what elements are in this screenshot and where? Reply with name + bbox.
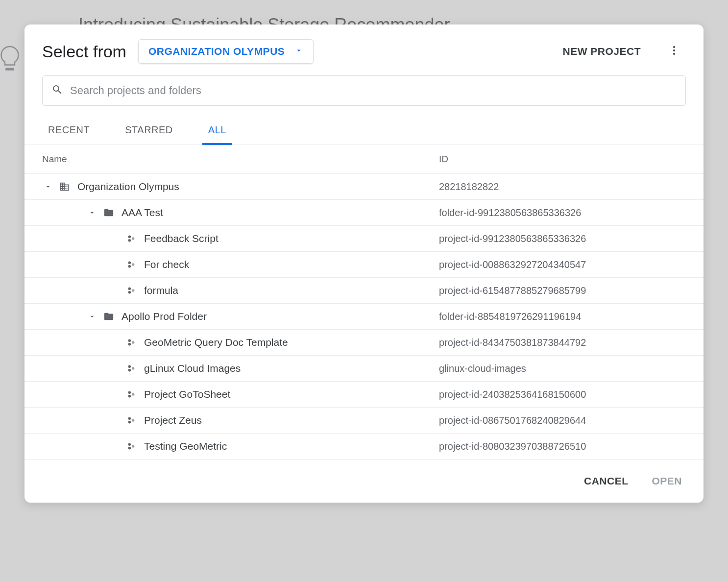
project-icon [125, 285, 137, 296]
lightbulb-icon [0, 44, 24, 73]
project-icon [125, 259, 137, 270]
cancel-button[interactable]: CANCEL [584, 475, 629, 487]
tree-row[interactable]: Testing GeoMetricproject-id-808032397038… [24, 434, 704, 460]
row-id: project-id-0867501768240829644 [439, 415, 686, 426]
row-name-cell: formula [42, 285, 439, 296]
new-project-button[interactable]: NEW PROJECT [562, 46, 641, 57]
row-name-cell: gLinux Cloud Images [42, 363, 439, 374]
project-icon [125, 388, 137, 400]
tree-row[interactable]: Apollo Prod Folderfolder-id-885481972629… [24, 304, 704, 330]
row-id: 28218182822 [439, 181, 686, 193]
svg-point-2 [673, 53, 675, 55]
open-button[interactable]: OPEN [652, 475, 682, 487]
org-icon [59, 181, 71, 193]
svg-point-25 [128, 447, 131, 450]
more-options-button[interactable] [664, 41, 684, 62]
row-label: Testing GeoMetric [144, 440, 227, 452]
svg-point-12 [128, 339, 131, 342]
row-name-cell: Feedback Script [42, 233, 439, 244]
row-id: folder-id-8854819726291196194 [439, 311, 686, 322]
svg-point-21 [128, 417, 131, 420]
row-id: project-id-6154877885279685799 [439, 285, 686, 296]
svg-point-6 [128, 262, 131, 265]
svg-point-16 [128, 369, 131, 372]
column-header-id: ID [439, 154, 686, 165]
row-label: Project GoToSheet [144, 388, 230, 400]
svg-point-8 [132, 263, 135, 266]
expand-arrow-icon[interactable] [86, 207, 98, 218]
svg-point-7 [128, 265, 131, 268]
row-label: For check [144, 259, 189, 270]
row-name-cell: Testing GeoMetric [42, 440, 439, 452]
search-container[interactable] [42, 75, 686, 106]
svg-point-15 [128, 365, 131, 368]
tree-row[interactable]: For checkproject-id-0088632927204340547 [24, 252, 704, 278]
expand-arrow-icon[interactable] [42, 181, 54, 193]
svg-point-1 [673, 49, 675, 51]
tree-row[interactable]: GeoMetric Query Doc Templateproject-id-8… [24, 330, 704, 356]
row-id: project-id-8434750381873844792 [439, 337, 686, 348]
project-icon [125, 414, 137, 426]
project-selector-dialog: Select from ORGANIZATION OLYMPUS NEW PRO… [24, 24, 704, 503]
svg-point-14 [132, 341, 135, 344]
tree-row[interactable]: Project Zeusproject-id-08675017682408296… [24, 408, 704, 434]
svg-point-13 [128, 343, 131, 346]
dialog-footer: CANCEL OPEN [24, 460, 704, 493]
svg-point-19 [128, 395, 131, 398]
chevron-down-icon [294, 46, 303, 57]
table-header: Name ID [24, 145, 704, 174]
tabs: RECENT STARRED ALL [24, 116, 704, 145]
svg-point-4 [128, 239, 131, 242]
row-id: folder-id-9912380563865336326 [439, 207, 686, 218]
svg-point-10 [128, 291, 131, 294]
tree-row[interactable]: formulaproject-id-6154877885279685799 [24, 278, 704, 304]
row-label: Apollo Prod Folder [121, 311, 207, 322]
svg-point-22 [128, 421, 131, 424]
row-label: formula [144, 285, 178, 296]
row-name-cell: AAA Test [42, 207, 439, 218]
row-label: AAA Test [121, 207, 163, 218]
more-vert-icon [668, 45, 680, 58]
folder-icon [103, 207, 115, 218]
svg-point-24 [128, 443, 131, 446]
organization-dropdown-label: ORGANIZATION OLYMPUS [148, 46, 285, 57]
row-name-cell: Apollo Prod Folder [42, 311, 439, 322]
row-id: project-id-9912380563865336326 [439, 233, 686, 244]
row-id: project-id-2403825364168150600 [439, 389, 686, 400]
svg-point-26 [132, 445, 135, 448]
row-name-cell: Project GoToSheet [42, 388, 439, 400]
row-label: gLinux Cloud Images [144, 363, 241, 374]
search-icon [51, 84, 70, 97]
search-input[interactable] [70, 84, 677, 97]
tree-row[interactable]: Feedback Scriptproject-id-99123805638653… [24, 226, 704, 252]
row-label: Feedback Script [144, 233, 218, 244]
svg-point-5 [132, 237, 135, 240]
tree-row[interactable]: Project GoToSheetproject-id-240382536416… [24, 382, 704, 408]
tab-all[interactable]: ALL [202, 116, 232, 145]
row-id: project-id-8080323970388726510 [439, 441, 686, 452]
row-name-cell: GeoMetric Query Doc Template [42, 337, 439, 348]
svg-point-20 [132, 393, 135, 396]
project-icon [125, 337, 137, 348]
row-id: project-id-0088632927204340547 [439, 259, 686, 270]
tree-row[interactable]: gLinux Cloud Imagesglinux-cloud-images [24, 356, 704, 382]
project-icon [125, 233, 137, 244]
tab-recent[interactable]: RECENT [42, 116, 96, 145]
dialog-header: Select from ORGANIZATION OLYMPUS NEW PRO… [24, 24, 704, 75]
organization-dropdown[interactable]: ORGANIZATION OLYMPUS [138, 39, 314, 64]
expand-arrow-icon[interactable] [86, 311, 98, 322]
row-label: GeoMetric Query Doc Template [144, 337, 288, 348]
tree-row[interactable]: AAA Testfolder-id-9912380563865336326 [24, 200, 704, 226]
row-label: Project Zeus [144, 414, 202, 426]
svg-point-23 [132, 419, 135, 422]
row-name-cell: Project Zeus [42, 414, 439, 426]
folder-icon [103, 311, 115, 322]
column-header-name: Name [42, 154, 439, 165]
svg-point-11 [132, 289, 135, 292]
row-name-cell: Organization Olympus [42, 181, 439, 193]
svg-point-17 [132, 367, 135, 370]
project-icon [125, 363, 137, 374]
svg-point-9 [128, 288, 131, 290]
tab-starred[interactable]: STARRED [119, 116, 179, 145]
tree-row[interactable]: Organization Olympus28218182822 [24, 174, 704, 200]
